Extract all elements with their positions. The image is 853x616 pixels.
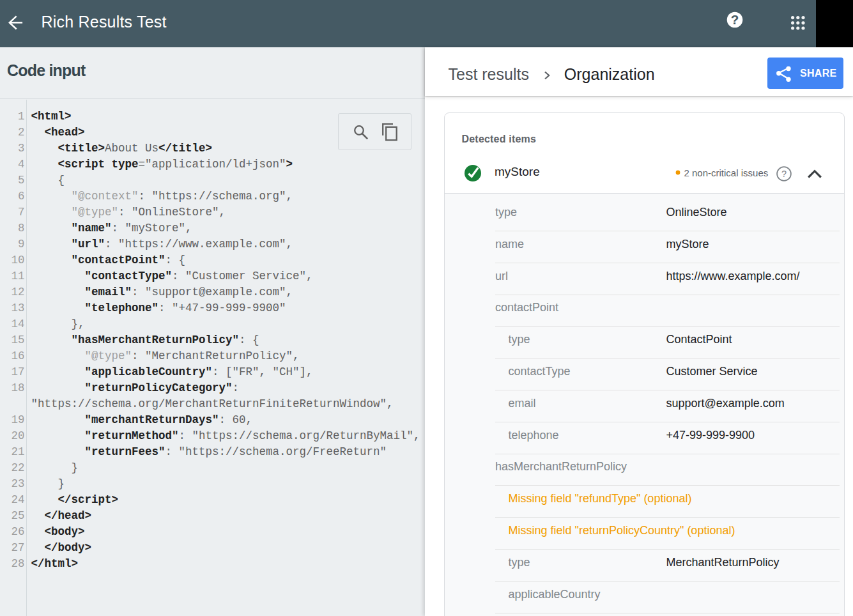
svg-text:?: ? bbox=[781, 169, 787, 179]
svg-text:?: ? bbox=[731, 12, 739, 27]
